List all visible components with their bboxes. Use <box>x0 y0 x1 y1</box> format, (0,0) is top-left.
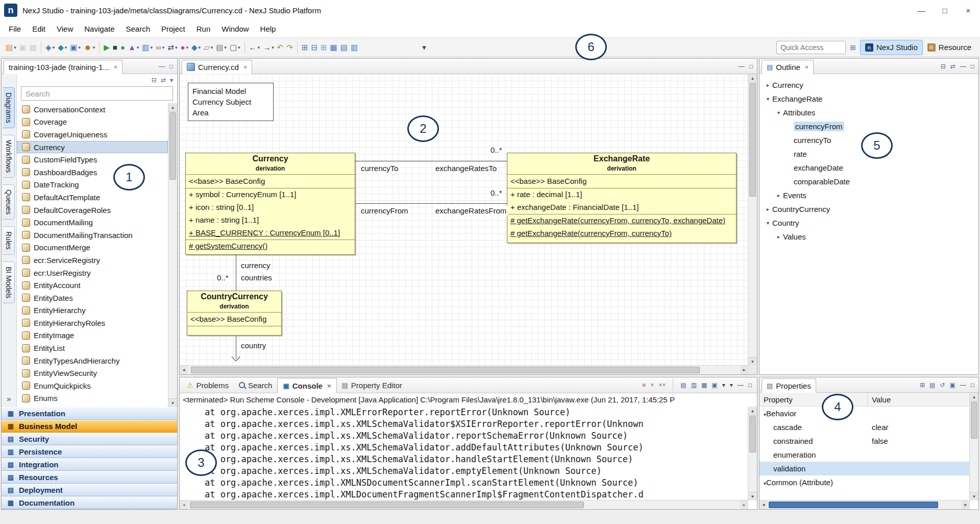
deploy-model-icon[interactable]: ● <box>119 41 127 54</box>
scrollbar-thumb[interactable] <box>169 112 176 180</box>
column-value[interactable]: Value <box>868 393 978 406</box>
scroll-right-icon[interactable]: ► <box>740 366 748 374</box>
close-icon[interactable]: × <box>114 63 118 71</box>
expand-icon[interactable]: ▸ <box>764 206 772 212</box>
menu-project[interactable]: Project <box>156 22 191 36</box>
list-item[interactable]: CoverageUniqueness <box>17 128 168 141</box>
maximize-view-icon[interactable]: □ <box>169 63 173 70</box>
property-row-constrained[interactable]: constrainedfalse <box>760 434 978 448</box>
role-label-exchangeRatesFrom[interactable]: exchangeRatesFrom <box>434 206 508 216</box>
list-item[interactable]: DefaultCoverageRoles <box>17 204 168 217</box>
diagram-note[interactable]: Financial Model Currency Subject Area <box>188 83 274 121</box>
scroll-left-icon[interactable]: ◄ <box>180 501 188 509</box>
expand-icon[interactable]: ▸ <box>764 82 772 88</box>
layer-business-model[interactable]: ▦Business Model <box>2 420 177 433</box>
minimize-view-icon[interactable]: — <box>739 63 745 70</box>
tab-diagrams[interactable]: Diagrams <box>3 87 15 128</box>
close-icon[interactable]: × <box>243 63 248 71</box>
pin-icon[interactable]: ▣ <box>949 382 955 389</box>
scrollbar-thumb[interactable] <box>769 502 938 508</box>
list-item[interactable]: EntityTypesAndHierarchy <box>17 354 168 367</box>
scrollbar-thumb[interactable] <box>191 367 700 373</box>
save-icon[interactable]: ▣ <box>18 41 28 54</box>
scroll-left-icon[interactable]: ◄ <box>180 366 188 374</box>
new-wizard-icon[interactable]: ▤▾ <box>4 41 18 54</box>
collapse-all-icon[interactable]: ⊟ <box>152 77 157 84</box>
minimize-view-icon[interactable]: — <box>159 63 165 70</box>
minimize-view-icon[interactable]: — <box>960 382 966 389</box>
undo-icon[interactable]: ↶ <box>276 41 285 54</box>
menu-search[interactable]: Search <box>120 22 156 36</box>
list-item[interactable]: EntityDates <box>17 292 168 304</box>
user-login-icon[interactable]: ☻▾ <box>82 41 96 54</box>
show-categories-icon[interactable]: ⊞ <box>920 382 925 389</box>
list-item[interactable]: EnumQuickpicks <box>17 379 168 392</box>
dropdown-arrow-icon[interactable]: ▾ <box>53 45 55 50</box>
property-category-behavior[interactable]: ▾Behavior <box>760 407 978 420</box>
class-attribute[interactable]: + icon : string [0..1] <box>186 201 355 214</box>
class-attribute-static[interactable]: + BASE_CURRENCY : CurrencyEnum [0..1] <box>186 227 355 240</box>
dropdown-arrow-icon[interactable]: ▾ <box>137 45 139 50</box>
scroll-lock-icon[interactable]: ▥ <box>691 382 697 389</box>
model-library-icon[interactable]: ◈▾ <box>44 41 56 54</box>
tab-property-editor[interactable]: ▤ Property Editor <box>337 378 407 392</box>
tree-item-events[interactable]: ▸Events <box>760 188 978 202</box>
remove-launch-icon[interactable]: × <box>650 382 654 389</box>
property-row-validation[interactable]: validation <box>760 462 978 475</box>
tab-rules[interactable]: Rules <box>3 226 15 255</box>
dropdown-arrow-icon[interactable]: ▾ <box>162 45 165 50</box>
tabs-overflow-chevron[interactable]: » <box>7 394 11 403</box>
collapse-icon[interactable]: ▾ <box>764 220 772 226</box>
minimize-button[interactable]: — <box>910 0 933 20</box>
property-row-enumeration[interactable]: enumeration <box>760 448 978 462</box>
menu-navigate[interactable]: Navigate <box>79 22 120 36</box>
dropdown-arrow-icon[interactable]: ▾ <box>199 45 201 50</box>
list-item[interactable]: EntityAccount <box>17 279 168 292</box>
list-item[interactable]: EntityHierarchy <box>17 304 168 317</box>
menu-file[interactable]: File <box>3 22 27 36</box>
menu-help[interactable]: Help <box>255 22 282 36</box>
navigate-model-icon[interactable]: ⇄▾ <box>166 41 179 54</box>
word-wrap-icon[interactable]: ▦ <box>701 382 707 389</box>
publish-icon[interactable]: ▲▾ <box>127 41 140 54</box>
menu-view[interactable]: View <box>51 22 79 36</box>
collapse-icon[interactable]: ▾ <box>774 110 783 115</box>
metadata-upgrade-icon[interactable]: ◆▾ <box>56 41 68 54</box>
role-label-currencyFrom[interactable]: currencyFrom <box>359 206 410 216</box>
list-item[interactable]: DefaultActTemplate <box>17 191 168 204</box>
clear-console-icon[interactable]: ▤ <box>680 382 686 389</box>
dropdown-arrow-icon[interactable]: ▾ <box>224 45 227 50</box>
scrollbar-thumb[interactable] <box>749 416 756 452</box>
class-box-currency[interactable]: Currency derivation <<base>> BaseConfig … <box>185 153 355 255</box>
scroll-up-icon[interactable]: ▲ <box>970 393 978 401</box>
scroll-down-icon[interactable]: ▼ <box>970 492 978 501</box>
maximize-view-icon[interactable]: □ <box>971 63 974 70</box>
new-window-icon[interactable]: ▢▾ <box>228 41 242 54</box>
property-row-cascade[interactable]: cascadeclear <box>760 420 978 434</box>
archive-icon[interactable]: ▥▾ <box>140 41 154 54</box>
list-item[interactable]: CustomFieldTypes <box>17 153 168 166</box>
list-item[interactable]: EntityHierarchyRoles <box>17 317 168 329</box>
list-item-selected[interactable]: Currency <box>17 141 168 154</box>
tab-console[interactable]: ▣ Console × <box>277 378 336 393</box>
layer-integration[interactable]: ▧Integration <box>2 458 177 471</box>
scrollbar-thumb[interactable] <box>971 402 977 439</box>
maximize-view-icon[interactable]: □ <box>971 382 974 389</box>
scroll-up-icon[interactable]: ▲ <box>748 74 757 83</box>
format-icon[interactable]: ◆▾ <box>190 41 202 54</box>
class-box-country-currency[interactable]: CountryCurrency derivation <<base>> Base… <box>187 291 282 336</box>
list-item[interactable]: DateTracking <box>17 179 168 192</box>
outline-tab[interactable]: ▤ Outline × <box>762 60 814 74</box>
diagram-canvas[interactable]: Financial Model Currency Subject Area cu… <box>180 74 757 374</box>
association-line-exchangeRatesFrom[interactable] <box>355 203 507 204</box>
link-with-editor-icon[interactable]: ⇄ <box>161 77 166 84</box>
navigator-scrollbar[interactable]: ▲ ▼ <box>168 103 177 407</box>
layer-deployment[interactable]: ▤Deployment <box>2 484 177 496</box>
scroll-left-icon[interactable]: ◄ <box>760 501 768 509</box>
display-selected-console-icon[interactable]: ▾ <box>722 382 725 389</box>
forward-icon[interactable]: →▾ <box>261 41 276 54</box>
view-menu-icon[interactable]: ▾ <box>170 77 173 84</box>
list-item[interactable]: DocumentMerge <box>17 242 168 254</box>
maximize-button[interactable]: □ <box>933 0 957 20</box>
expand-icon[interactable]: ▸ <box>774 193 783 198</box>
